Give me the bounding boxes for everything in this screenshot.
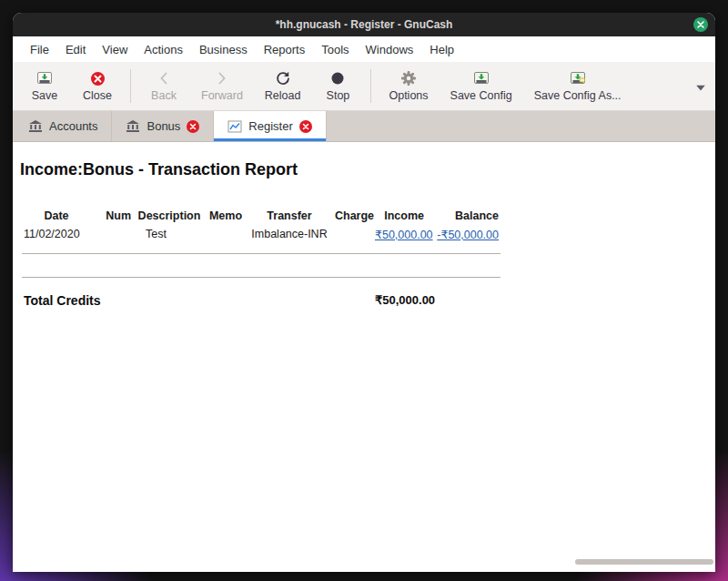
chevron-down-icon bbox=[696, 85, 705, 90]
table-rule bbox=[22, 277, 500, 278]
menu-edit[interactable]: Edit bbox=[57, 38, 94, 61]
forward-label: Forward bbox=[201, 89, 243, 102]
close-icon bbox=[90, 70, 106, 87]
titlebar: *hh.gnucash - Register - GnuCash bbox=[13, 13, 715, 36]
reload-button[interactable]: Reload bbox=[254, 66, 312, 106]
reload-label: Reload bbox=[265, 89, 301, 102]
tab-register-close-button[interactable] bbox=[299, 120, 312, 133]
close-button[interactable]: Close bbox=[71, 66, 124, 106]
close-icon bbox=[302, 123, 309, 130]
reload-icon bbox=[275, 70, 291, 87]
row-num bbox=[91, 225, 133, 244]
window-close-icon bbox=[696, 20, 705, 29]
window-close-button[interactable] bbox=[693, 17, 708, 32]
back-icon bbox=[156, 70, 172, 87]
menu-file[interactable]: File bbox=[22, 38, 57, 61]
total-credits-value: ₹50,000.00 bbox=[373, 290, 426, 311]
save-config-as-button[interactable]: Save Config As... bbox=[523, 66, 632, 106]
window-title: *hh.gnucash - Register - GnuCash bbox=[276, 18, 453, 31]
forward-icon bbox=[214, 70, 230, 87]
transaction-table: Date Num Description Memo Transfer Charg… bbox=[22, 207, 500, 244]
row-date: 11/02/2020 bbox=[22, 225, 91, 244]
gear-icon bbox=[400, 70, 417, 87]
save-config-as-label: Save Config As... bbox=[534, 89, 622, 102]
toolbar: Save Close Back bbox=[13, 62, 715, 111]
toolbar-separator bbox=[370, 69, 371, 103]
column-header-memo: Memo bbox=[206, 207, 246, 225]
desktop-background: *hh.gnucash - Register - GnuCash File Ed… bbox=[0, 0, 728, 581]
tab-bonus-label: Bonus bbox=[147, 119, 180, 133]
menu-actions[interactable]: Actions bbox=[136, 38, 191, 61]
stop-label: Stop bbox=[327, 89, 350, 102]
row-memo bbox=[206, 225, 246, 244]
menu-view[interactable]: View bbox=[94, 38, 136, 61]
tab-register-label: Register bbox=[248, 119, 292, 133]
row-transfer: Imbalance-INR bbox=[246, 225, 333, 244]
toolbar-overflow-button[interactable] bbox=[693, 76, 709, 97]
column-header-balance: Balance bbox=[426, 207, 500, 225]
menu-help[interactable]: Help bbox=[421, 38, 462, 61]
forward-button[interactable]: Forward bbox=[190, 66, 254, 106]
tab-accounts-label: Accounts bbox=[49, 119, 97, 133]
row-income-link[interactable]: ₹50,000.00 bbox=[373, 225, 426, 244]
close-label: Close bbox=[83, 89, 112, 102]
save-config-as-icon bbox=[570, 70, 586, 87]
save-button[interactable]: Save bbox=[18, 66, 71, 106]
column-header-charge: Charge bbox=[333, 207, 373, 225]
menu-reports[interactable]: Reports bbox=[256, 38, 314, 61]
gnucash-window: *hh.gnucash - Register - GnuCash File Ed… bbox=[13, 13, 715, 572]
menu-tools[interactable]: Tools bbox=[313, 38, 357, 61]
column-header-description: Description bbox=[133, 207, 206, 225]
row-balance-link[interactable]: -₹50,000.00 bbox=[426, 225, 500, 244]
report-title: Income:Bonus - Transaction Report bbox=[20, 160, 715, 179]
save-label: Save bbox=[32, 89, 58, 102]
table-rule bbox=[22, 253, 500, 254]
stop-button[interactable]: Stop bbox=[311, 66, 364, 106]
column-header-num: Num bbox=[91, 207, 133, 225]
totals-row: Total Credits ₹50,000.00 bbox=[22, 290, 500, 311]
column-header-transfer: Transfer bbox=[246, 207, 333, 225]
tab-register[interactable]: Register bbox=[214, 111, 326, 141]
options-button[interactable]: Options bbox=[378, 66, 439, 106]
options-label: Options bbox=[389, 89, 428, 102]
tab-accounts[interactable]: Accounts bbox=[15, 111, 112, 141]
menubar: File Edit View Actions Business Reports … bbox=[13, 36, 715, 62]
back-label: Back bbox=[151, 89, 177, 102]
tab-bonus-close-button[interactable] bbox=[187, 120, 199, 133]
tabbar: Accounts Bonus bbox=[13, 111, 715, 142]
row-charge bbox=[333, 225, 373, 244]
save-config-label: Save Config bbox=[450, 89, 512, 102]
menu-windows[interactable]: Windows bbox=[358, 38, 422, 61]
save-config-button[interactable]: Save Config bbox=[440, 66, 523, 106]
bank-icon bbox=[126, 119, 140, 133]
bank-icon bbox=[28, 119, 43, 133]
save-icon bbox=[36, 70, 53, 87]
toolbar-separator bbox=[130, 69, 131, 103]
tab-bonus[interactable]: Bonus bbox=[112, 111, 214, 141]
back-button[interactable]: Back bbox=[137, 66, 190, 106]
total-credits-label: Total Credits bbox=[22, 290, 246, 311]
save-config-icon bbox=[473, 70, 490, 87]
stop-icon bbox=[329, 70, 346, 87]
chart-icon bbox=[228, 120, 242, 133]
column-header-date: Date bbox=[22, 207, 91, 225]
close-icon bbox=[189, 123, 197, 130]
menu-business[interactable]: Business bbox=[191, 38, 256, 61]
column-header-income: Income bbox=[373, 207, 426, 225]
row-description: Test bbox=[133, 225, 206, 244]
horizontal-scrollbar-thumb[interactable] bbox=[575, 559, 713, 565]
report-view: Income:Bonus - Transaction Report Date N… bbox=[13, 142, 715, 572]
